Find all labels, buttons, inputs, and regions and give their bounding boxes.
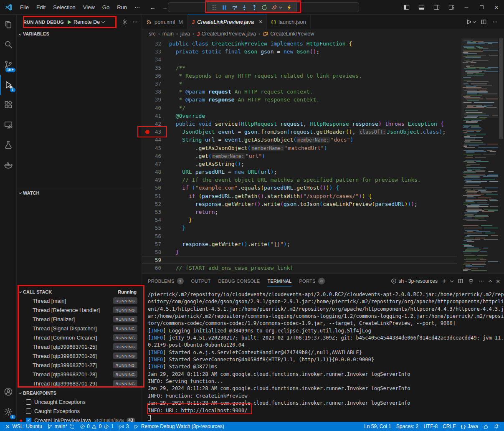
close-panel-icon[interactable]: ×	[496, 278, 500, 285]
start-debugging-icon[interactable]	[68, 20, 71, 24]
panel-tab-ports[interactable]: PORTS3	[299, 274, 324, 288]
code-line-41[interactable]: 41 @Override	[142, 112, 457, 120]
line-number[interactable]: 45	[142, 145, 169, 151]
activity-source-control[interactable]: 1K+	[0, 55, 17, 75]
status-remote-indicator[interactable]: WSL: Ubuntu	[3, 422, 45, 431]
call-stack-thread[interactable]: Thread [qtp399683701-25]RUNNING	[17, 342, 142, 351]
line-number[interactable]: 34	[142, 56, 169, 63]
customize-layout-button[interactable]	[444, 0, 459, 15]
status-encoding[interactable]: UTF-8	[421, 422, 440, 431]
line-number[interactable]: 57	[142, 241, 169, 247]
breakpoint-checkbox[interactable]	[26, 399, 31, 405]
status-problems[interactable]: 001	[77, 422, 117, 431]
breadcrumb-item[interactable]: main	[162, 31, 174, 37]
code-line-52[interactable]: 52 response.getWriter().write(gson.toJso…	[142, 200, 457, 208]
kill-terminal-icon[interactable]	[468, 278, 474, 284]
code-line-43[interactable]: 43 JsonObject event = gson.fromJson(requ…	[142, 128, 457, 136]
breakpoint-checkbox[interactable]: ✓	[26, 418, 31, 422]
code-line-38[interactable]: 38 * @param request An HTTP request cont…	[142, 88, 457, 96]
terminal-instance[interactable]: sh - 3p-resources	[391, 278, 438, 284]
code-line-48[interactable]: 48 URL parsedURL = new URL(url);	[142, 168, 457, 176]
line-number[interactable]: 59	[142, 257, 169, 263]
code-editor[interactable]: 32public class CreateLinkPreview impleme…	[142, 38, 504, 274]
status-language-mode[interactable]: { }Java	[458, 422, 481, 431]
split-editor-icon[interactable]	[481, 19, 487, 25]
more-actions-icon[interactable]	[492, 19, 498, 25]
go-back-button[interactable]: ←	[149, 4, 156, 11]
activity-accounts[interactable]	[0, 382, 17, 402]
status-git-branch[interactable]: main*	[45, 422, 77, 431]
breadcrumb-item[interactable]: src	[149, 31, 156, 37]
code-line-44[interactable]: 44 String url = event.getAsJsonObject(me…	[142, 136, 457, 144]
code-line-34[interactable]: 34	[142, 56, 457, 63]
line-number[interactable]: 51	[142, 193, 169, 199]
code-line-57[interactable]: 57 response.getWriter().write("{}");	[142, 240, 457, 248]
close-icon[interactable]: ×	[259, 18, 262, 25]
pause-icon[interactable]	[219, 3, 229, 13]
panel-tab-output[interactable]: OUTPUT	[191, 274, 211, 288]
breadcrumb-item[interactable]: JCreateLinkPreview.java	[197, 31, 256, 37]
line-number[interactable]: 60	[142, 265, 169, 271]
breakpoint-checkbox[interactable]	[26, 408, 31, 414]
gear-icon[interactable]	[122, 19, 128, 25]
breadcrumb-item[interactable]: CreateLinkPreview	[263, 31, 314, 37]
code-line-33[interactable]: 33 private static final Gson gson = new …	[142, 48, 457, 56]
chevron-down-icon[interactable]	[279, 5, 282, 8]
line-number[interactable]: 43	[142, 129, 169, 135]
variables-section-header[interactable]: VARIABLES	[17, 29, 142, 38]
terminal-output[interactable]: /pierrick/.m2/repository/io/cloudevents/…	[142, 288, 504, 422]
restart-icon[interactable]	[259, 3, 269, 13]
breakpoint-dot-icon[interactable]	[145, 130, 149, 134]
line-number[interactable]: 40	[142, 105, 169, 111]
line-number[interactable]: 42	[142, 121, 169, 127]
activity-settings[interactable]: 1	[0, 402, 17, 422]
activity-explorer[interactable]	[0, 15, 17, 35]
code-line-50[interactable]: 50 if ("example.com".equals(parsedURL.ge…	[142, 184, 457, 192]
activity-remote-explorer[interactable]	[0, 115, 17, 135]
minimap[interactable]	[461, 38, 498, 274]
panel-more-icon[interactable]	[479, 278, 484, 284]
panel-tab-problems[interactable]: PROBLEMS1	[148, 274, 184, 288]
line-number[interactable]: 56	[142, 233, 169, 239]
status-ports-status[interactable]: 3	[116, 422, 131, 431]
more-actions-icon[interactable]	[132, 19, 138, 25]
line-number[interactable]: 47	[142, 161, 169, 167]
code-line-42[interactable]: 42 public void service(HttpRequest reque…	[142, 120, 457, 128]
watch-section-header[interactable]: WATCH	[17, 188, 142, 197]
call-stack-thread[interactable]: Thread [qtp399683701-26]RUNNING	[17, 351, 142, 360]
maximize-button[interactable]	[474, 0, 489, 15]
line-number[interactable]: 32	[142, 41, 169, 47]
line-number[interactable]: 49	[142, 177, 169, 183]
toggle-primary-sidebar-button[interactable]	[399, 0, 414, 15]
toggle-panel-button[interactable]	[414, 0, 429, 15]
line-number[interactable]: 36	[142, 73, 169, 79]
code-line-45[interactable]: 45 .getAsJsonObject(memberName:"matchedU…	[142, 144, 457, 152]
activity-run-and-debug[interactable]: 1	[0, 75, 17, 95]
breakpoints-section-header[interactable]: BREAKPOINTS	[17, 388, 142, 397]
menu-item-file[interactable]: File	[16, 4, 33, 10]
close-button[interactable]: ×	[489, 0, 504, 15]
breadcrumb-item[interactable]: java	[180, 31, 190, 37]
code-line-40[interactable]: 40 */	[142, 104, 457, 112]
status-eol[interactable]: CRLF	[440, 422, 458, 431]
run-java-button[interactable]	[466, 19, 476, 25]
line-number[interactable]: 53	[142, 209, 169, 215]
code-line-35[interactable]: 35 /**	[142, 64, 457, 72]
code-line-53[interactable]: 53 return;	[142, 208, 457, 216]
status-feedback[interactable]	[481, 422, 491, 431]
code-line-58[interactable]: 58 }	[142, 248, 457, 256]
terminal-dropdown-icon[interactable]	[450, 279, 453, 282]
step-into-icon[interactable]	[239, 3, 249, 13]
code-line-39[interactable]: 39 * @param response An HTTP response co…	[142, 96, 457, 104]
line-number[interactable]: 58	[142, 249, 169, 255]
editor-scrollbar[interactable]	[498, 38, 504, 274]
activity-search[interactable]	[0, 35, 17, 55]
status-cursor-position[interactable]: Ln 59, Col 1	[362, 422, 394, 431]
panel-tab-debug-console[interactable]: DEBUG CONSOLE	[218, 274, 260, 288]
split-terminal-icon[interactable]	[458, 278, 463, 284]
maximize-panel-icon[interactable]	[489, 280, 492, 284]
line-number[interactable]: 33	[142, 48, 169, 55]
menu-item-view[interactable]: View	[79, 4, 99, 10]
breakpoint-item[interactable]: Caught Exceptions	[17, 406, 142, 416]
menu-item-[interactable]: ⋯	[131, 4, 144, 10]
